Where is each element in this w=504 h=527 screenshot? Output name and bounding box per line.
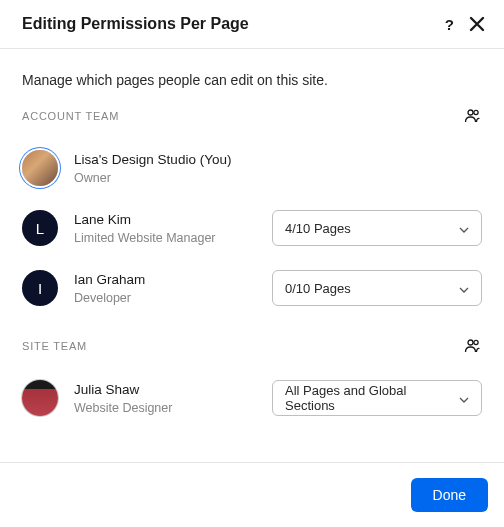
section-header-account: ACCOUNT TEAM [22, 108, 482, 124]
modal-title: Editing Permissions Per Page [22, 15, 249, 33]
help-icon[interactable]: ? [441, 12, 458, 37]
pages-select-ian[interactable]: 0/10 Pages [272, 270, 482, 306]
section-label-account: ACCOUNT TEAM [22, 110, 119, 122]
avatar-initial: I [38, 280, 42, 297]
done-button[interactable]: Done [411, 478, 488, 512]
avatar-ian: I [22, 270, 58, 306]
member-role: Limited Website Manager [74, 231, 272, 245]
avatar-lisa [22, 150, 58, 186]
modal-subtitle: Manage which pages people can edit on th… [22, 72, 482, 88]
modal-footer: Done [0, 462, 504, 527]
close-icon[interactable] [466, 13, 488, 35]
svg-point-0 [468, 110, 473, 115]
people-icon[interactable] [464, 108, 482, 124]
avatar-lane: L [22, 210, 58, 246]
section-label-site: SITE TEAM [22, 340, 87, 352]
avatar-initial: L [36, 220, 44, 237]
member-row-ian: I Ian Graham Developer 0/10 Pages [22, 258, 482, 318]
member-info: Lane Kim Limited Website Manager [74, 211, 272, 246]
modal-header: Editing Permissions Per Page ? [0, 0, 504, 49]
select-value: 0/10 Pages [285, 281, 351, 296]
member-role: Owner [74, 171, 482, 185]
people-icon[interactable] [464, 338, 482, 354]
chevron-down-icon [459, 221, 469, 236]
svg-point-2 [468, 340, 473, 345]
member-name: Julia Shaw [74, 381, 272, 400]
member-row-lane: L Lane Kim Limited Website Manager 4/10 … [22, 198, 482, 258]
pages-select-lane[interactable]: 4/10 Pages [272, 210, 482, 246]
member-role: Developer [74, 291, 272, 305]
svg-point-3 [474, 340, 478, 344]
avatar-julia [22, 380, 58, 416]
member-info: Ian Graham Developer [74, 271, 272, 306]
member-row-lisa: Lisa's Design Studio (You) Owner [22, 138, 482, 198]
svg-point-1 [474, 110, 478, 114]
chevron-down-icon [459, 391, 469, 406]
header-icons: ? [441, 12, 488, 37]
modal-body: Manage which pages people can edit on th… [0, 49, 504, 428]
section-header-site: SITE TEAM [22, 338, 482, 354]
member-info: Lisa's Design Studio (You) Owner [74, 151, 482, 186]
member-info: Julia Shaw Website Designer [74, 381, 272, 416]
pages-select-julia[interactable]: All Pages and Global Sections [272, 380, 482, 416]
member-name: Ian Graham [74, 271, 272, 290]
member-name: Lisa's Design Studio (You) [74, 151, 482, 170]
member-name: Lane Kim [74, 211, 272, 230]
select-value: 4/10 Pages [285, 221, 351, 236]
select-value: All Pages and Global Sections [285, 383, 459, 413]
member-row-julia: Julia Shaw Website Designer All Pages an… [22, 368, 482, 428]
member-role: Website Designer [74, 401, 272, 415]
chevron-down-icon [459, 281, 469, 296]
